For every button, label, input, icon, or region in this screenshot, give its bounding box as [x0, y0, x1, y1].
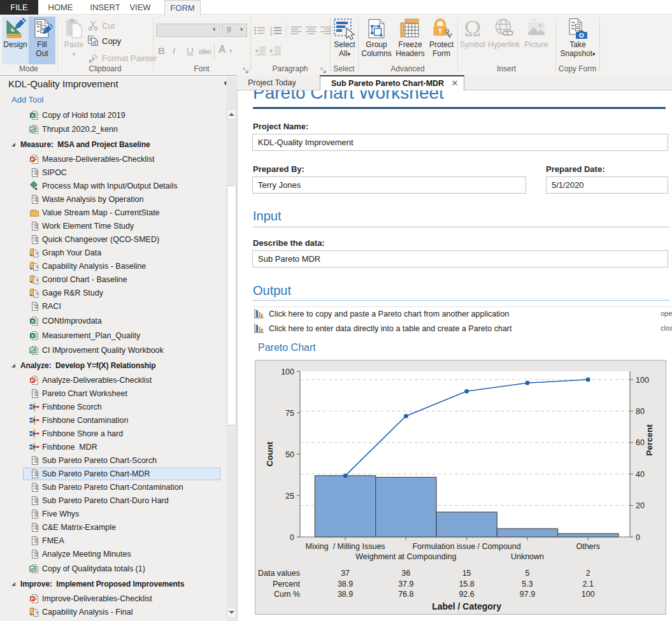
svg-text:0: 0 — [290, 533, 294, 542]
svg-text:38.9: 38.9 — [338, 590, 353, 599]
svg-text:2: 2 — [586, 569, 590, 578]
svg-text:38.9: 38.9 — [338, 580, 353, 589]
svg-text:X: X — [31, 318, 34, 324]
svg-text:2.1: 2.1 — [583, 580, 594, 589]
svg-text:Unknown: Unknown — [511, 552, 544, 561]
svg-text:P: P — [31, 596, 34, 601]
svg-text:75: 75 — [285, 409, 294, 418]
svg-text:60: 60 — [636, 438, 645, 447]
svg-text:P: P — [31, 377, 34, 383]
svg-text:15: 15 — [462, 569, 471, 578]
svg-text:100: 100 — [281, 368, 294, 376]
svg-text:Weighment at Compounding: Weighment at Compounding — [355, 552, 456, 561]
svg-text:Percent: Percent — [273, 580, 301, 589]
svg-text:Formulation issue / Compound: Formulation issue / Compound — [412, 542, 520, 551]
svg-text:100: 100 — [636, 376, 649, 385]
svg-text:0: 0 — [636, 533, 640, 542]
svg-text:Others: Others — [576, 542, 600, 551]
svg-text:37.9: 37.9 — [398, 580, 413, 589]
svg-text:Mixing / Milling Issues: Mixing / Milling Issues — [306, 542, 385, 551]
svg-text:Percent: Percent — [645, 424, 654, 456]
svg-text:36: 36 — [401, 569, 410, 578]
svg-text:40: 40 — [636, 470, 645, 479]
svg-text:X: X — [31, 332, 34, 338]
svg-text:Label / Category: Label / Category — [432, 601, 501, 611]
svg-text:50: 50 — [285, 450, 294, 459]
svg-text:Count: Count — [265, 441, 275, 466]
svg-text:5.3: 5.3 — [522, 580, 533, 589]
svg-text:Data values: Data values — [258, 569, 300, 578]
svg-text:P: P — [31, 156, 34, 162]
svg-text:15.8: 15.8 — [459, 580, 474, 589]
svg-text:92.6: 92.6 — [459, 590, 474, 599]
svg-text:100: 100 — [582, 590, 595, 599]
svg-text:25: 25 — [285, 492, 294, 501]
svg-text:80: 80 — [636, 407, 645, 416]
svg-text:97.9: 97.9 — [520, 590, 535, 599]
svg-text:76.8: 76.8 — [398, 590, 413, 599]
svg-text:3: 3 — [270, 32, 272, 36]
svg-text:37: 37 — [341, 569, 350, 578]
svg-text:Cum %: Cum % — [274, 590, 300, 599]
svg-text:20: 20 — [636, 501, 645, 510]
svg-text:X: X — [31, 112, 34, 118]
svg-text:5: 5 — [525, 569, 530, 578]
